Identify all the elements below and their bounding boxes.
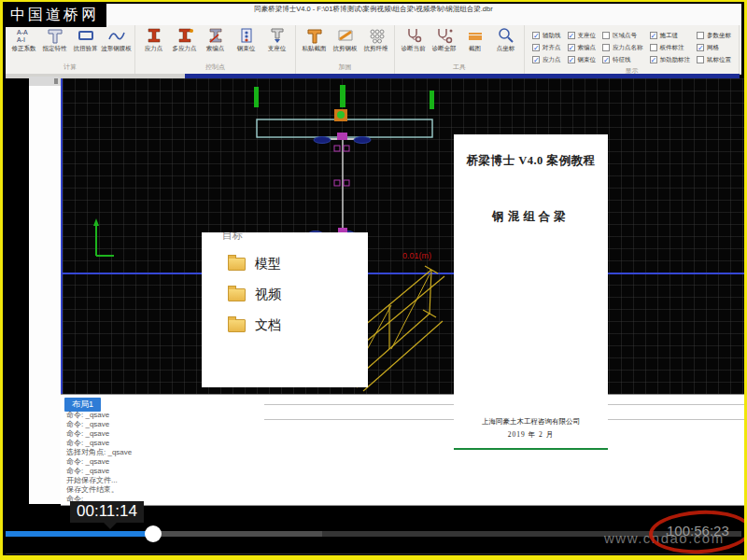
ribbon-button[interactable]: 截图 [459, 27, 490, 53]
red-highlight-ellipse [648, 508, 747, 556]
ribbon-button[interactable]: 指定特性 [39, 27, 70, 53]
command-log-line: 命令: _qsave [66, 429, 132, 439]
ribbon-button-label: 抗扭验算 [74, 45, 98, 53]
ribbon-group: 诊断当前诊断全部截图点坐标工具 [395, 25, 525, 74]
command-log-line: 保存文件结束。 [66, 485, 132, 495]
scale-label: 0.01(m) [402, 251, 431, 260]
card-date: 2019 年 2 月 [454, 430, 608, 440]
coefficient-icon: A-AA-I [14, 27, 35, 44]
ribbon-button[interactable]: 多应力点 [169, 27, 200, 53]
ribbon-button[interactable]: 抗剪钢板 [330, 27, 360, 53]
ribbon-button-label: 指定特性 [43, 45, 67, 53]
screenshot-icon [465, 27, 486, 44]
folder-item[interactable]: 模型 [228, 255, 281, 273]
drawing-content: 0.01(m) [63, 78, 747, 394]
side-panel[interactable] [29, 77, 61, 504]
folder-item[interactable]: 文档 [228, 316, 281, 335]
pin-icon[interactable] [54, 78, 58, 84]
stress-point-icon [144, 27, 164, 44]
green-marker-bars [254, 85, 434, 109]
command-log-line: 命令: _qsave [66, 411, 132, 420]
checkbox-label: 参数坐标 [707, 32, 731, 40]
svg-text:A-I: A-I [17, 36, 25, 43]
ribbon-button-label: 多应力点 [173, 45, 197, 53]
display-checkbox[interactable]: 参数坐标 [697, 32, 731, 40]
checkbox-label: 板件标注 [660, 44, 684, 52]
brand-watermark: 中国道桥网 [6, 4, 106, 27]
anchor-marker [334, 109, 347, 121]
ribbon-group: A-AA-I修正系数指定特性抗扭验算波形钢腹板计算 [6, 25, 135, 74]
checkbox-label: 加劲肋标注 [660, 56, 691, 64]
folder-popup: 目标 模型视频文档 [202, 232, 368, 387]
girder-end-ellipses [308, 137, 371, 238]
checkbox-label: 区域点号 [613, 32, 637, 40]
ribbon-button[interactable]: 钢束位 [231, 27, 261, 53]
card-company: 上海同豪土木工程咨询有限公司 [454, 417, 608, 427]
display-checkbox[interactable]: ✓施工缝 [650, 32, 691, 40]
ribbon-button[interactable]: 诊断当前 [398, 27, 429, 53]
player-divider [6, 553, 741, 554]
ribbon-button[interactable]: 索编点 [200, 27, 231, 53]
app-title: 同豪桥梁博士V4.0 - F:\01桥博测试\案例视频\组合梁\视频录制\钢混组… [118, 5, 629, 14]
checkbox-icon: ✓ [568, 44, 575, 51]
folder-item-label: 模型 [255, 256, 281, 273]
progress-fill [6, 531, 153, 537]
ribbon-button[interactable]: 应力点 [138, 27, 169, 53]
layout-tab[interactable]: 布局1 [64, 398, 101, 412]
checkbox-icon [602, 32, 610, 39]
command-log-line: 开始保存文件... [66, 476, 132, 485]
display-checkbox[interactable]: ✓加劲肋标注 [650, 56, 691, 64]
wave-web-icon [106, 27, 127, 44]
diagnose-all-icon [434, 27, 455, 44]
display-checkbox[interactable]: ✓索编点 [568, 44, 597, 52]
display-checkbox[interactable]: ✓辅助线 [532, 32, 561, 40]
checkbox-label: 鼠标位置 [707, 56, 731, 64]
ribbon-button[interactable]: 粘贴截面 [299, 27, 330, 53]
display-checkbox[interactable]: ✓特征线 [602, 56, 643, 64]
drawing-canvas[interactable]: 0.01(m) [61, 78, 747, 394]
ribbon-button[interactable]: 点坐标 [490, 27, 521, 53]
display-checkbox[interactable]: 应力点名称 [602, 44, 643, 52]
shear-fiber-icon [366, 27, 387, 44]
folder-icon [228, 288, 246, 301]
command-log: 命令: _qsave命令: _qsave命令: _qsave命令: _qsave… [66, 411, 132, 504]
ucs-axis-icon [93, 218, 114, 256]
ribbon-button[interactable]: 抗剪纤维 [360, 27, 391, 53]
checkbox-icon: ✓ [568, 32, 575, 39]
display-checkbox[interactable]: 区域点号 [602, 32, 643, 40]
checkbox-label: 对齐点 [543, 44, 561, 52]
display-checkbox[interactable]: ✓应力点 [532, 56, 561, 64]
app-title-bar: 同豪桥梁博士V4.0 - F:\01桥博测试\案例视频\组合梁\视频录制\钢混组… [6, 4, 741, 25]
ribbon-group-name: 加固 [299, 62, 391, 74]
checkbox-icon: ✓ [532, 32, 540, 39]
ribbon-button[interactable]: 诊断全部 [429, 27, 459, 53]
folder-popup-title: 目标 [222, 232, 243, 243]
ribbon-button[interactable]: 支座位 [261, 27, 292, 53]
ribbon-button[interactable]: A-AA-I修正系数 [8, 27, 39, 53]
display-checkbox[interactable]: ✓网格 [697, 44, 731, 52]
command-window[interactable]: 布局1 命令: _qsave命令: _qsave命令: _qsave命令: _q… [61, 394, 745, 506]
checkbox-label: 网格 [707, 44, 719, 52]
ribbon-button-label: 索编点 [206, 45, 225, 53]
progress-handle[interactable] [145, 525, 162, 542]
ribbon-button-label: 抗剪钢板 [333, 45, 358, 53]
ribbon-group-display: ✓辅助线✓对齐点✓应力点✓支座位✓索编点✓钢束位区域点号应力点名称✓特征线✓施工… [525, 25, 740, 74]
display-checkbox[interactable]: 板件标注 [650, 44, 691, 52]
checkbox-icon: ✓ [532, 44, 540, 51]
folder-item[interactable]: 视频 [228, 286, 281, 304]
ribbon-button-label: 抗剪纤维 [364, 45, 388, 53]
display-checkbox[interactable]: ✓钢束位 [568, 56, 597, 64]
svg-text:A-A: A-A [17, 29, 28, 35]
display-checkbox[interactable]: ✓支座位 [568, 32, 597, 40]
ribbon-button[interactable]: 波形钢腹板 [101, 27, 132, 53]
checkbox-icon: ✓ [650, 32, 657, 39]
checkbox-icon [650, 44, 657, 51]
ribbon-toolbar: A-AA-I修正系数指定特性抗扭验算波形钢腹板计算应力点多应力点索编点钢束位支座… [6, 25, 741, 75]
display-checkbox[interactable]: 鼠标位置 [697, 56, 731, 64]
checkbox-icon: ✓ [697, 44, 704, 51]
display-checkbox[interactable]: ✓对齐点 [532, 44, 561, 52]
ribbon-button[interactable]: 抗扭验算 [70, 27, 101, 53]
ribbon-button-label: 诊断全部 [432, 45, 457, 53]
checkbox-label: 辅助线 [543, 32, 561, 40]
shear-plate-icon [335, 27, 356, 44]
